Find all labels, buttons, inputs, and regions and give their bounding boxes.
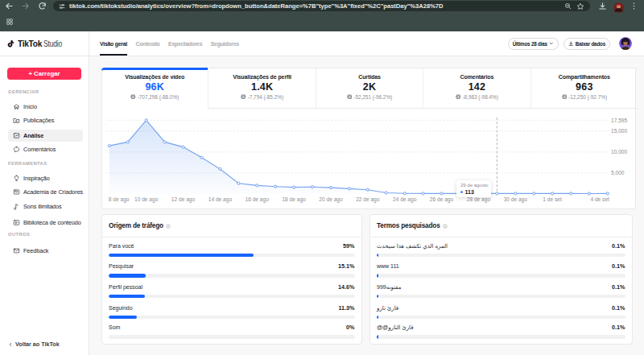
data-point[interactable] (293, 186, 295, 188)
data-point[interactable] (569, 192, 572, 195)
chevron-down-icon (549, 41, 554, 46)
data-point[interactable] (108, 145, 110, 147)
data-point[interactable] (275, 185, 277, 188)
sidebar-item-label: Sons ilimitados (23, 203, 62, 210)
stat-card-visualizações-de-perfil[interactable]: Visualizações de perfil1.4K-7,794 (-85.2… (208, 68, 315, 109)
sidebar-divider (89, 31, 89, 355)
stat-card-comentários[interactable]: Comentários142-8,983 (-98.4%) (423, 68, 530, 109)
date-range-button[interactable]: Últimos 28 dias (508, 38, 559, 50)
data-point[interactable] (422, 192, 424, 195)
upload-button[interactable]: + Carregar (7, 68, 81, 80)
header-controls: Últimos 28 dias Baixar dados (508, 31, 632, 56)
search-term-bar-fill (377, 274, 378, 278)
decrease-icon (347, 94, 353, 100)
search-term-bar-track (377, 295, 625, 299)
x-axis-label: 4 de set (590, 196, 609, 202)
data-point[interactable] (200, 156, 203, 159)
browser-menu-icon[interactable] (628, 0, 640, 11)
traffic-source-bar-fill (109, 254, 254, 258)
bookmark-star-icon[interactable] (576, 2, 584, 10)
user-avatar[interactable] (619, 37, 632, 50)
upload-button-label: + Carregar (28, 70, 60, 77)
nav-section-label: GERENCIAR (8, 89, 39, 94)
stat-card-value: 2K (363, 81, 376, 93)
search-term-label: مفتونه999 (377, 283, 401, 291)
x-axis-label: 10 de ago (134, 196, 159, 203)
data-point[interactable] (366, 188, 369, 191)
y-axis-label: 5,000 (611, 170, 625, 175)
music-icon (13, 203, 20, 210)
sidebar-item-publicações[interactable]: Publicações (8, 114, 83, 126)
stat-card-visualizações-de-vídeo[interactable]: Visualizações de vídeo96K-707,298 (-88.0… (101, 68, 208, 109)
data-point[interactable] (126, 141, 129, 143)
search-term-value: 0.1% (612, 324, 625, 332)
search-term-row: قارئ التارو@@0.1% (377, 324, 625, 341)
tab-conteúdo[interactable]: Conteúdo (135, 31, 159, 56)
data-point[interactable] (182, 146, 184, 148)
data-point[interactable] (219, 167, 221, 170)
sidebar-item-sons-ilimitados[interactable]: Sons ilimitados (8, 200, 83, 213)
info-icon[interactable] (443, 224, 448, 229)
browser-profile-avatar[interactable] (613, 2, 625, 13)
reload-icon[interactable] (36, 0, 48, 11)
search-term-value: 0.1% (612, 283, 625, 291)
tab-seguidores[interactable]: Seguidores (211, 31, 239, 56)
data-point[interactable] (385, 192, 387, 194)
data-point[interactable] (237, 182, 240, 184)
data-point[interactable] (348, 188, 350, 190)
forward-icon[interactable] (19, 0, 31, 11)
data-point[interactable] (440, 192, 443, 195)
sidebar-item-label: Biblioteca de conteúdo (23, 219, 81, 226)
site-settings-icon[interactable] (59, 3, 65, 10)
downloads-icon[interactable] (597, 0, 609, 11)
traffic-source-label: Perfil pessoal (109, 283, 142, 291)
data-point[interactable] (145, 119, 147, 122)
zoom-icon[interactable] (564, 2, 572, 10)
sidebar-item-label: Publicações (23, 117, 54, 124)
y-axis-label: 17,595 (611, 118, 628, 123)
data-point[interactable] (551, 192, 554, 195)
sidebar-item-academia-de-criadores[interactable]: Academia de Criadores (8, 186, 83, 198)
data-point[interactable] (403, 192, 406, 195)
stat-card-curtidas[interactable]: Curtidas2K-52,251 (-96.2%) (316, 68, 423, 109)
download-data-button[interactable]: Baixar dados (564, 38, 610, 50)
url-text[interactable]: tiktok.com/tiktokstudio/analytics/overvi… (69, 2, 564, 10)
chevron-left-icon (8, 341, 13, 348)
stat-card-compartilhamentos[interactable]: Compartilhamentos963-12,250 (-92.7%) (530, 68, 638, 109)
sidebar-item-feedback[interactable]: Feedback (8, 245, 83, 257)
back-link-label: Voltar ao TikTok (15, 341, 60, 348)
tab-espectadores[interactable]: Espectadores (168, 31, 202, 56)
data-point[interactable] (533, 192, 535, 195)
sidebar-item-análise[interactable]: Análise (8, 130, 83, 142)
tab-visão-geral[interactable]: Visão geral (100, 31, 127, 56)
sidebar-item-comentários[interactable]: Comentários (8, 143, 83, 155)
sidebar-item-início[interactable]: Início (8, 101, 83, 113)
apps-grid-icon[interactable] (3, 16, 15, 27)
data-point[interactable] (163, 141, 166, 143)
stat-card-label: Visualizações de perfil (233, 74, 291, 80)
data-point[interactable] (496, 192, 498, 195)
traffic-source-row: Para você59% (109, 242, 355, 260)
data-point[interactable] (311, 186, 313, 188)
browser-toolbar: tiktok.com/tiktokstudio/analytics/overvi… (0, 0, 644, 15)
x-axis-label: 20 de ago (319, 196, 343, 203)
data-point[interactable] (329, 187, 332, 189)
sidebar-item-inspiração[interactable]: Inspiração (8, 172, 83, 184)
data-point[interactable] (606, 192, 609, 195)
sidebar: + Carregar GERENCIARInícioPublicaçõesAná… (0, 56, 89, 355)
traffic-source-bar-track (109, 254, 355, 258)
address-bar[interactable]: tiktok.com/tiktokstudio/analytics/overvi… (53, 1, 590, 11)
info-icon[interactable] (166, 224, 171, 229)
data-point[interactable] (514, 192, 517, 195)
sidebar-item-biblioteca-de-conteúdo[interactable]: Biblioteca de conteúdo (8, 217, 83, 229)
panel-divider (102, 237, 361, 237)
data-point[interactable] (256, 184, 258, 187)
tiktok-studio-logo[interactable]: TikTok Studio (7, 31, 66, 56)
back-to-tiktok-link[interactable]: Voltar ao TikTok (8, 341, 60, 348)
data-point[interactable] (588, 192, 590, 195)
traffic-source-row: Perfil pessoal14.6% (109, 283, 355, 301)
traffic-source-label: Seguindo (109, 304, 133, 312)
stat-card-delta-text: -707,298 (-88.0%) (138, 94, 180, 100)
back-icon[interactable] (3, 0, 15, 11)
traffic-source-bar-fill (109, 295, 145, 299)
